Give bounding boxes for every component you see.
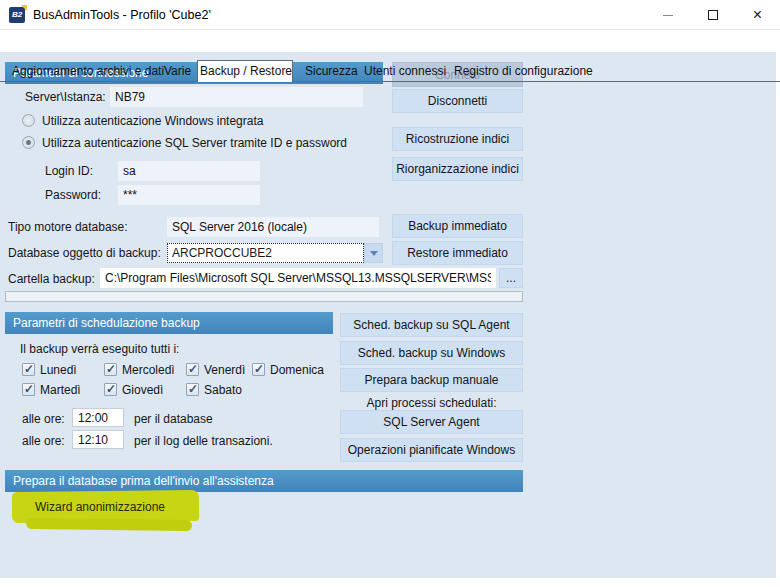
login-label: Login ID: (45, 164, 93, 178)
close-icon: × (753, 7, 762, 23)
minimize-icon (663, 15, 673, 16)
checkbox-lunedi[interactable] (22, 363, 35, 376)
database-combobox-arrow[interactable] (364, 243, 383, 263)
engine-label: Tipo motore database: (8, 220, 128, 234)
checkbox-sabato[interactable] (186, 383, 199, 396)
checkbox-giovedi-label[interactable]: Giovedì (122, 383, 163, 397)
checkbox-venerdi[interactable] (186, 363, 199, 376)
radio-windows-auth[interactable] (22, 114, 35, 127)
restore-immediato-button[interactable]: Restore immediato (392, 241, 523, 265)
checkbox-martedi[interactable] (22, 383, 35, 396)
time-db-input[interactable] (72, 408, 124, 427)
checkbox-domenica-label[interactable]: Domenica (270, 363, 324, 377)
sched-backup-sql-agent-button[interactable]: Sched. backup su SQL Agent (340, 313, 523, 337)
login-input[interactable] (118, 161, 260, 181)
time-db-suffix: per il database (134, 412, 213, 426)
prepara-backup-manuale-button[interactable]: Prepara backup manuale (340, 368, 523, 392)
tab-backup-restore[interactable]: Backup / Restore (197, 60, 293, 82)
password-input[interactable] (118, 185, 260, 205)
database-combobox[interactable]: ARCPROCCUBE2 (167, 243, 364, 263)
checkbox-martedi-label[interactable]: Martedì (40, 383, 81, 397)
backup-restore-page: Parametri di connessione Server\Istanza:… (0, 52, 776, 578)
app-window: B2 BusAdminTools - Profilo 'Cube2' × Agg… (0, 0, 780, 587)
time-log-label: alle ore: (22, 434, 65, 448)
checkbox-mercoledi[interactable] (104, 363, 117, 376)
radio-windows-auth-label[interactable]: Utilizza autenticazione Windows integrat… (42, 114, 263, 128)
time-log-input[interactable] (72, 430, 124, 449)
apri-processi-label: Apri processi schedulati: (340, 396, 523, 410)
tab-utenti-connessi[interactable]: Utenti connessi (362, 61, 448, 82)
password-label: Password: (45, 188, 101, 202)
radio-sql-auth-label[interactable]: Utilizza autenticazione SQL Server trami… (42, 136, 347, 150)
time-db-label: alle ore: (22, 412, 65, 426)
maximize-button[interactable] (690, 0, 735, 30)
radio-sql-auth[interactable] (22, 136, 35, 149)
maximize-icon (708, 10, 718, 20)
highlighter-smudge (26, 518, 192, 531)
ricostruzione-indici-button[interactable]: Ricostruzione indici (392, 127, 523, 151)
time-log-suffix: per il log delle transazioni. (134, 434, 273, 448)
checkbox-giovedi[interactable] (104, 383, 117, 396)
close-button[interactable]: × (735, 0, 780, 30)
server-label: Server\Istanza: (25, 90, 106, 104)
backup-immediato-button[interactable]: Backup immediato (392, 214, 523, 238)
folder-label: Cartella backup: (8, 272, 95, 286)
tab-sicurezza[interactable]: Sicurezza (303, 61, 360, 82)
assist-section-header: Prepara il database prima dell'invio all… (5, 470, 523, 492)
engine-input (167, 217, 379, 237)
chevron-down-icon (370, 251, 378, 256)
database-label: Database oggetto di backup: (8, 246, 161, 260)
app-icon: B2 (9, 7, 25, 23)
riorganizzazione-indici-button[interactable]: Riorganizzazione indici (392, 157, 523, 181)
browse-folder-button[interactable]: ... (499, 268, 523, 288)
window-title: BusAdminTools - Profilo 'Cube2' (33, 0, 211, 30)
wizard-anonimizzazione-button[interactable]: Wizard anonimizzazione (20, 495, 180, 519)
checkbox-domenica[interactable] (252, 363, 265, 376)
checkbox-sabato-label[interactable]: Sabato (204, 383, 242, 397)
sql-server-agent-button[interactable]: SQL Server Agent (340, 410, 523, 434)
operazioni-pianificate-windows-button[interactable]: Operazioni pianificate Windows (340, 438, 523, 462)
schedule-section-header: Parametri di schedulazione backup (5, 312, 333, 334)
tab-aggiornamento[interactable]: Aggiornamento archivi e dati (10, 61, 166, 82)
title-bar: B2 BusAdminTools - Profilo 'Cube2' × (0, 0, 780, 30)
tab-strip: Aggiornamento archivi e dati Varie Backu… (0, 30, 780, 52)
checkbox-venerdi-label[interactable]: Venerdì (204, 363, 245, 377)
tab-varie[interactable]: Varie (162, 61, 193, 82)
backup-progress-bar (5, 291, 523, 302)
tab-registro-configurazione[interactable]: Registro di configurazione (452, 61, 595, 82)
server-input[interactable] (110, 87, 363, 107)
minimize-button[interactable] (645, 0, 690, 30)
checkbox-lunedi-label[interactable]: Lunedì (40, 363, 77, 377)
sched-backup-windows-button[interactable]: Sched. backup su Windows (340, 341, 523, 365)
schedule-intro-label: Il backup verrà eseguito tutti i: (20, 342, 179, 356)
checkbox-mercoledi-label[interactable]: Mercoledì (122, 363, 175, 377)
backup-folder-input[interactable] (100, 268, 496, 288)
disconnetti-button[interactable]: Disconnetti (392, 89, 523, 113)
